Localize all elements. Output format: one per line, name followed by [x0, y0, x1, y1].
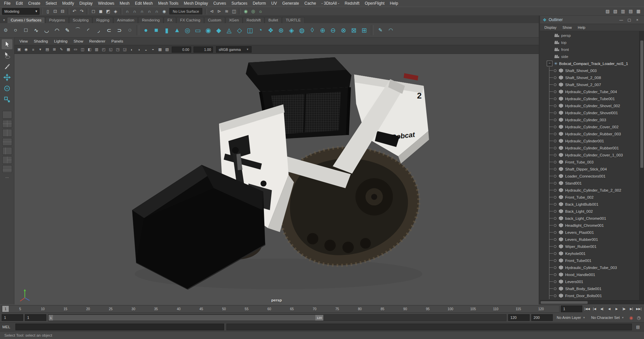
menu-item[interactable]: Windows: [95, 0, 117, 7]
poly-pyramid-icon[interactable]: ◬: [224, 25, 234, 36]
shelf-tab[interactable]: Animation: [113, 17, 138, 23]
auto-keyframe-icon[interactable]: ◉: [628, 314, 635, 321]
outliner-mesh-item[interactable]: Shaft_Shovel_2_008: [540, 74, 639, 81]
layout-two-pane-stacked-button[interactable]: [2, 138, 12, 146]
arc-three-point-icon[interactable]: ⌒: [73, 25, 83, 36]
outliner-camera-item[interactable]: front: [540, 46, 639, 53]
step-back-frame-button[interactable]: |◀: [591, 306, 598, 312]
color-space-dropdown[interactable]: sRGB gamma ▼: [216, 46, 252, 53]
menu-item[interactable]: Cache: [302, 0, 319, 7]
poly-platonic-icon[interactable]: ◆: [214, 25, 224, 36]
menu-item[interactable]: Surfaces: [229, 0, 250, 7]
layout-two-pane-side-button[interactable]: [2, 129, 12, 137]
two-d-pan-zoom-icon[interactable]: ⊞: [51, 46, 58, 53]
poly-soccer-ball-icon[interactable]: ⊛: [276, 25, 286, 36]
outliner-camera-item[interactable]: top: [540, 39, 639, 46]
scale-tool[interactable]: [2, 94, 12, 105]
frame-all-icon[interactable]: ◳: [114, 46, 121, 53]
image-plane-icon[interactable]: ▤: [44, 46, 51, 53]
outliner-mesh-item[interactable]: Hydraulic_Cylinder_Cover_002: [540, 123, 639, 130]
outliner-mesh-item[interactable]: Front_Tube001: [540, 257, 639, 264]
snap-to-curve-icon[interactable]: ∩: [131, 8, 138, 15]
menu-item[interactable]: Select: [43, 0, 59, 7]
rotate-tool[interactable]: [2, 83, 12, 93]
field-chart-icon[interactable]: ▥: [93, 46, 100, 53]
panel-menu-item[interactable]: Panels: [108, 39, 126, 43]
close-button[interactable]: ×: [633, 17, 641, 23]
lock-camera-icon[interactable]: ◉: [23, 46, 30, 53]
outliner-mesh-item[interactable]: Shaft_Shovel_2_007: [540, 81, 639, 88]
menu-item[interactable]: Deform: [250, 0, 268, 7]
playback-range-bar[interactable]: 1 120: [49, 315, 323, 321]
anim-layer-dropdown[interactable]: No Anim Layer ▾: [554, 314, 587, 321]
arc-two-point-icon[interactable]: ◜: [83, 25, 93, 36]
boolean-difference-icon[interactable]: ⊖: [328, 25, 338, 36]
command-line-result[interactable]: [226, 324, 632, 330]
menu-item[interactable]: Mesh Display: [181, 0, 211, 7]
panel-menu-item[interactable]: Renderer: [86, 39, 108, 43]
render-current-frame-icon[interactable]: ◉: [242, 8, 249, 15]
animation-end-field[interactable]: 200: [531, 314, 553, 321]
go-to-end-button[interactable]: ▶▶|: [635, 306, 642, 312]
menu-item[interactable]: - 3DtoAll -: [319, 0, 342, 7]
shelf-tab[interactable]: Sculpting: [69, 17, 92, 23]
pencil-curve-tool-icon[interactable]: ✎: [62, 25, 72, 36]
outliner-mesh-item[interactable]: Hydraulic_Cylinder_Rubber001: [540, 144, 639, 151]
poly-plane-icon[interactable]: ▭: [193, 25, 203, 36]
outliner-menu-item[interactable]: Show: [559, 25, 575, 29]
command-line-mode-label[interactable]: MEL: [2, 325, 13, 329]
shelf-tab[interactable]: Redshift: [243, 17, 264, 23]
panel-menu-item[interactable]: Lighting: [51, 39, 70, 43]
select-tool[interactable]: [2, 39, 12, 49]
gate-mask-icon[interactable]: ◧: [86, 46, 93, 53]
highlight-selection-mode-icon[interactable]: ◈: [112, 8, 119, 15]
detach-curves-icon[interactable]: ⊃: [114, 25, 124, 36]
curve-fillet-icon[interactable]: ◞: [94, 25, 104, 36]
live-surface-field[interactable]: No Live Surface: [169, 8, 202, 14]
step-back-key-button[interactable]: ◀|: [598, 306, 605, 312]
outliner-mesh-item[interactable]: Back_Light_002: [540, 208, 639, 215]
scrollbar-thumb[interactable]: [640, 41, 643, 168]
move-tool[interactable]: [2, 72, 12, 82]
construction-history-icon[interactable]: ≋: [223, 8, 230, 15]
tool-settings-icon[interactable]: ▤: [627, 8, 634, 15]
new-scene-icon[interactable]: ▯: [44, 8, 51, 15]
outliner-mesh-item[interactable]: Keyhole001: [540, 250, 639, 257]
anti-aliasing-icon[interactable]: ▩: [157, 46, 163, 53]
outliner-mesh-item[interactable]: Loader_Connectors001: [540, 173, 639, 180]
outliner-mesh-item[interactable]: Levers_Rubber001: [540, 236, 639, 243]
menu-item[interactable]: Create: [25, 0, 43, 7]
open-scene-icon[interactable]: ⊡: [52, 8, 59, 15]
outliner-root-item[interactable]: − ✳ Bobcat_Compact_Track_Loader_ncl1_1: [540, 60, 639, 67]
make-live-icon[interactable]: ◉: [161, 8, 168, 15]
save-scene-icon[interactable]: ⊟: [59, 8, 66, 15]
nurbs-circle-icon[interactable]: ○: [10, 25, 20, 36]
attach-curves-icon[interactable]: ⊂: [104, 25, 114, 36]
time-slider[interactable]: 5101520253035404550556065707580859095100…: [2, 305, 559, 313]
snap-to-grid-icon[interactable]: ∩: [124, 8, 131, 15]
outliner-camera-item[interactable]: side: [540, 53, 639, 60]
output-connections-icon[interactable]: ⊳: [216, 8, 223, 15]
menu-item[interactable]: Display: [77, 0, 95, 7]
menu-item[interactable]: Help: [387, 0, 401, 7]
outliner-mesh-item[interactable]: Hydraulic_Cylinder_Shovel001: [540, 109, 639, 116]
layout-more-button[interactable]: …: [3, 174, 12, 179]
range-start-handle[interactable]: 1: [49, 315, 53, 321]
outliner-mesh-item[interactable]: Hydraulic_Cylinder_Cover_1_003: [540, 151, 639, 158]
script-editor-button[interactable]: ▤: [634, 324, 642, 330]
shelf-tab[interactable]: XGen: [225, 17, 243, 23]
select-hierarchy-icon[interactable]: ◻: [90, 8, 97, 15]
motion-blur-icon[interactable]: ◓: [150, 46, 156, 53]
humanik-icon[interactable]: ▧: [612, 8, 619, 15]
outliner-mesh-item[interactable]: Back_LightBulb001: [540, 201, 639, 208]
smooth-tool-icon[interactable]: ◠: [386, 25, 396, 36]
paint-select-tool[interactable]: [2, 61, 12, 71]
select-component-icon[interactable]: ◩: [105, 8, 112, 15]
outliner-mesh-item[interactable]: Shaft_Body_Side001: [540, 285, 639, 292]
poly-disc-icon[interactable]: ◉: [203, 25, 213, 36]
animation-start-field[interactable]: 1: [2, 314, 23, 321]
outliner-mesh-item[interactable]: back_Light_Chrome001: [540, 215, 639, 222]
menu-item[interactable]: Edit: [13, 0, 25, 7]
shelf-tab[interactable]: Rendering: [138, 17, 163, 23]
shelf-tab[interactable]: FX Caching: [176, 17, 204, 23]
